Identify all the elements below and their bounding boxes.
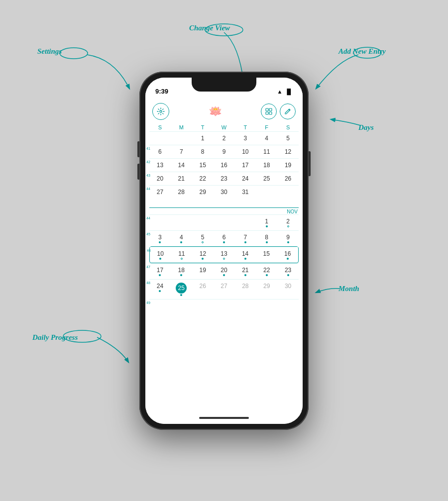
day-sat: S [277, 123, 299, 131]
settings-button[interactable] [152, 103, 169, 120]
nov-week-48: 48 24 25 26 27 28 2 [149, 279, 299, 299]
app-header: 🪷 [145, 100, 303, 123]
svg-rect-5 [266, 108, 268, 111]
day-wed: W [214, 123, 235, 131]
spacer [149, 199, 299, 207]
nov-week-46: 46 10 11 12 13 14 15 16 [149, 246, 299, 263]
day-fri: F [256, 123, 277, 131]
volume-down-button [137, 164, 139, 180]
phone-frame: 9:39 ▲ ▐▌ [139, 72, 309, 430]
settings-icon [157, 107, 165, 115]
svg-rect-7 [266, 112, 268, 114]
month-annotation: Month [338, 285, 359, 293]
add-entry-button[interactable] [280, 103, 296, 119]
change-view-button[interactable] [261, 103, 277, 119]
power-button [309, 151, 311, 176]
oct-week-43: 43 20 21 22 23 24 25 26 [149, 172, 299, 185]
nov-month-label: NOV [149, 207, 299, 214]
nov-week-47: 47 17 18 19 20 21 22 23 [149, 263, 299, 279]
home-indicator [145, 412, 303, 424]
day-mon: M [171, 123, 192, 131]
header-right-buttons [261, 103, 296, 119]
phone-outer: 9:39 ▲ ▐▌ [139, 72, 309, 430]
daily-progress-annotation: Daily Progress [32, 333, 78, 342]
oct-week-41: 41 6 7 8 9 10 11 12 [149, 145, 299, 158]
view-icon [265, 108, 272, 115]
day-thu: T [234, 123, 256, 131]
day-tue: T [192, 123, 214, 131]
volume-up-button [137, 141, 139, 157]
days-annotation: Days [358, 123, 374, 132]
change-view-annotation: Change View [189, 24, 230, 32]
notch [192, 78, 256, 92]
oct-week-44: 44 27 28 29 30 31 [149, 185, 299, 199]
nov-week-45: 45 3 4 5 6 7 8 9 [149, 230, 299, 246]
days-header: S M T W T F S [145, 123, 303, 131]
nov-week-44: 44 1 [149, 214, 299, 230]
edit-icon [284, 108, 291, 115]
home-bar [199, 417, 249, 419]
screen-content: 9:39 ▲ ▐▌ [145, 78, 303, 424]
svg-rect-8 [269, 112, 272, 114]
status-icons: ▲ ▐▌ [277, 89, 293, 95]
day-sun: S [149, 123, 171, 131]
wifi-icon: ▲ [277, 89, 283, 95]
settings-annotation: Settings [37, 47, 62, 56]
status-time: 9:39 [155, 88, 168, 95]
oct-week-1: 1 2 3 4 5 [149, 131, 299, 145]
oct-week-42: 42 13 14 15 16 17 18 19 [149, 158, 299, 172]
battery-icon: ▐▌ [285, 89, 293, 95]
page-wrapper: Settings Change View Add New Entry Days … [0, 0, 448, 501]
svg-rect-6 [269, 108, 272, 111]
oct-week-1-dates: 1 2 3 4 5 [149, 133, 299, 145]
svg-point-0 [60, 48, 88, 59]
calendar-area[interactable]: 1 2 3 4 5 41 6 [145, 131, 303, 412]
phone-screen: 9:39 ▲ ▐▌ [145, 78, 303, 424]
add-new-entry-annotation: Add New Entry [338, 47, 386, 56]
app-logo: 🪷 [209, 105, 222, 118]
nov-week-49: 49 [149, 299, 299, 300]
svg-point-4 [160, 110, 162, 112]
